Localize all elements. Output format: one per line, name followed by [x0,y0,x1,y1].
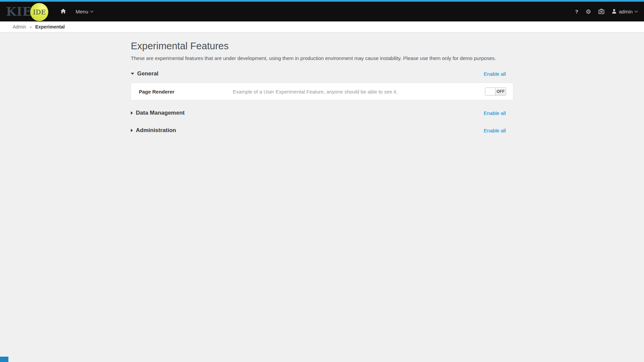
sections: GeneralEnable allPage RendererExample of… [131,69,513,135]
enable-all-link[interactable]: Enable all [484,110,506,116]
section-expand-toggle[interactable]: Administration [131,127,176,134]
home-icon [60,8,66,15]
enable-all-link[interactable]: Enable all [484,71,506,77]
navbar-left: KIE IDE Menu [6,2,98,21]
section-data-management: Data ManagementEnable all [131,108,513,118]
user-menu[interactable]: admin [608,2,639,21]
caret-down-icon [131,73,134,75]
settings-button[interactable]: ⚙ [582,2,595,21]
caret-right-icon [131,111,133,115]
section-header-general: GeneralEnable all [131,69,513,78]
feature-name: Page Renderer [139,89,233,95]
enable-all-link[interactable]: Enable all [484,128,506,133]
feature-toggle-switch[interactable]: OFF [485,87,506,96]
section-title: Data Management [136,110,184,116]
section-title: Administration [136,127,176,134]
bottom-panel-handle[interactable] [0,357,8,362]
breadcrumb-separator: » [30,24,32,29]
feature-card: Page RendererExample of a User Experimen… [131,83,513,100]
navbar-right: ? ⚙ ad [572,2,639,21]
menu-label: Menu [75,9,88,14]
page-description: These are experimental features that are… [131,55,513,61]
logo-kie-text: KIE [6,5,32,18]
chevron-down-icon [635,9,638,13]
section-expand-toggle[interactable]: General [131,70,158,77]
home-button[interactable] [56,2,71,21]
section-expand-toggle[interactable]: Data Management [131,110,184,116]
chevron-down-icon [90,9,94,13]
feature-description: Example of a User Experimental Feature, … [233,89,485,95]
menu-dropdown[interactable]: Menu [71,2,98,21]
switch-state-label: OFF [495,88,506,95]
breadcrumb: Admin » Experimental [0,21,644,33]
section-administration: AdministrationEnable all [131,126,513,135]
feature-row: Page RendererExample of a User Experimen… [131,83,513,100]
section-title: General [137,70,158,77]
section-header-administration: AdministrationEnable all [131,126,513,135]
logo-ide-badge: IDE [30,3,48,21]
medkit-icon [598,8,604,15]
section-general: GeneralEnable allPage RendererExample of… [131,69,513,100]
logo-ide-text: IDE [33,8,46,16]
section-header-data-management: Data ManagementEnable all [131,108,513,118]
breadcrumb-admin[interactable]: Admin [13,24,26,29]
main-content: Experimental Features These are experime… [131,41,513,135]
gear-icon: ⚙ [586,9,591,15]
user-icon [612,9,619,15]
page-title: Experimental Features [131,41,513,52]
switch-handle[interactable] [485,88,495,95]
help-button[interactable]: ? [572,2,582,21]
breadcrumb-current: Experimental [35,24,65,29]
reset-perspectives-button[interactable] [595,2,608,21]
navbar: KIE IDE Menu ? ⚙ [0,2,644,21]
app-logo[interactable]: KIE IDE [6,3,48,21]
user-label: admin [619,9,633,14]
help-icon: ? [575,9,578,14]
caret-right-icon [131,129,133,132]
